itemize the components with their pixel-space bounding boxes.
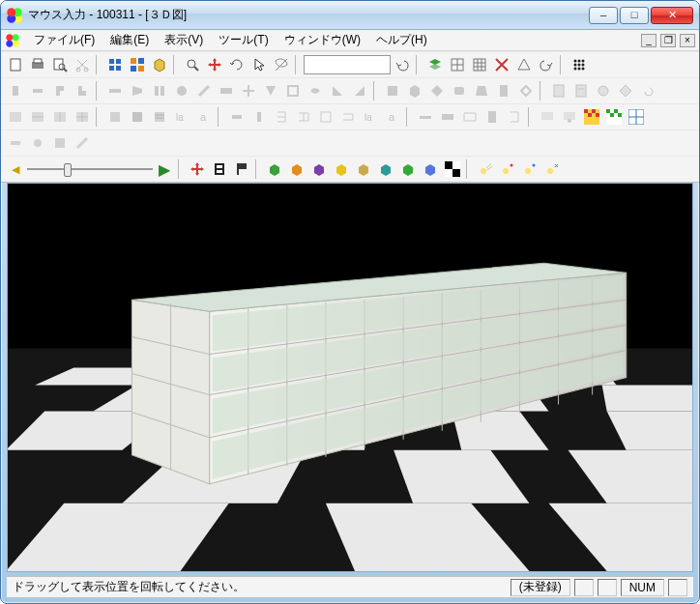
sec-icon[interactable] [315, 106, 336, 128]
redo-icon[interactable] [536, 54, 557, 75]
hide-icon[interactable] [271, 54, 292, 75]
light-c-icon[interactable] [519, 158, 540, 180]
mode-e-icon[interactable] [353, 158, 374, 180]
mode-c-icon[interactable] [308, 158, 330, 180]
shape-icon[interactable] [193, 80, 215, 101]
shape-icon[interactable] [349, 80, 370, 101]
mode-checker-icon[interactable] [442, 158, 463, 180]
annotate-icon[interactable] [559, 106, 580, 128]
la-small-icon[interactable]: la [360, 106, 381, 128]
close-button[interactable]: ✕ [651, 7, 693, 24]
shape-icon[interactable] [104, 80, 126, 101]
minimize-button[interactable]: – [589, 7, 618, 24]
menu-view[interactable]: 表示(V) [157, 30, 211, 50]
beam-icon[interactable] [504, 106, 525, 128]
pointer-icon[interactable] [248, 54, 270, 75]
sec-icon[interactable] [248, 106, 270, 128]
snap-panel-icon[interactable] [127, 54, 148, 75]
sec-icon[interactable] [226, 106, 248, 128]
shape-icon[interactable] [27, 80, 48, 101]
zoom-icon[interactable] [182, 54, 203, 75]
shape-icon[interactable] [382, 80, 403, 101]
misc-icon[interactable] [27, 132, 48, 154]
menu-file[interactable]: ファイル(F) [26, 30, 102, 50]
shape-icon[interactable] [171, 80, 192, 101]
mdi-restore-button[interactable]: ❐ [660, 34, 676, 47]
mode-h-icon[interactable] [420, 158, 441, 180]
la-icon[interactable]: la [171, 106, 192, 128]
layer-combo[interactable] [304, 55, 391, 74]
panel-icon[interactable] [104, 106, 126, 128]
shape-icon[interactable] [149, 80, 170, 101]
checker-a-icon[interactable] [581, 106, 602, 128]
shape-icon[interactable] [216, 80, 237, 101]
shape-icon[interactable] [471, 80, 492, 101]
wall-icon[interactable] [72, 106, 93, 128]
mode-b-icon[interactable] [286, 158, 307, 180]
menu-help[interactable]: ヘルプ(H) [368, 30, 435, 50]
wall-icon[interactable] [49, 106, 71, 128]
undo-icon[interactable] [392, 54, 413, 75]
shape-icon[interactable] [260, 80, 281, 101]
hatch-icon[interactable] [149, 106, 170, 128]
film-icon[interactable] [209, 158, 230, 180]
sec-icon[interactable] [337, 106, 359, 128]
layers-icon[interactable] [424, 54, 446, 75]
timeline-slider[interactable] [27, 159, 153, 179]
calc-icon[interactable] [570, 80, 592, 101]
a-small-icon[interactable]: a [382, 106, 403, 128]
mode-f-icon[interactable] [375, 158, 396, 180]
shape-icon[interactable] [305, 80, 326, 101]
sec-icon[interactable] [271, 106, 292, 128]
snap-grid-icon[interactable] [104, 54, 126, 75]
grid-dots-icon[interactable] [569, 54, 590, 75]
shape-icon[interactable] [404, 80, 425, 101]
panel-icon[interactable] [127, 106, 148, 128]
checker-c-icon[interactable] [626, 106, 647, 128]
flag-icon[interactable] [231, 158, 252, 180]
wall-icon[interactable] [27, 106, 48, 128]
maximize-button[interactable]: □ [620, 7, 649, 24]
menu-edit[interactable]: 編集(E) [102, 30, 157, 50]
viewport-3d[interactable] [7, 183, 693, 572]
light-d-icon[interactable] [541, 158, 563, 180]
shape-icon[interactable] [515, 80, 537, 101]
calc-icon[interactable] [548, 80, 569, 101]
checker-b-icon[interactable] [603, 106, 625, 128]
rotate-icon[interactable] [226, 54, 248, 75]
shape-icon[interactable] [327, 80, 348, 101]
mode-d-icon[interactable] [331, 158, 352, 180]
nav-prev-icon[interactable]: ◀ [5, 158, 26, 180]
shape-icon[interactable] [5, 80, 26, 101]
menu-window[interactable]: ウィンドウ(W) [277, 30, 368, 50]
shape-icon[interactable] [238, 80, 259, 101]
beam-icon[interactable] [459, 106, 481, 128]
shape-icon[interactable] [127, 80, 148, 101]
move-red-icon[interactable] [187, 158, 208, 180]
mdi-minimize-button[interactable]: _ [641, 34, 656, 47]
beam-icon[interactable] [437, 106, 458, 128]
preview-icon[interactable] [49, 54, 71, 75]
shape-icon[interactable] [449, 80, 470, 101]
beam-icon[interactable] [415, 106, 436, 128]
calc-icon[interactable] [615, 80, 636, 101]
misc-icon[interactable] [5, 132, 26, 154]
sec-icon[interactable] [293, 106, 314, 128]
cut-icon[interactable] [72, 54, 93, 75]
calc-icon[interactable] [593, 80, 614, 101]
mode-a-icon[interactable] [264, 158, 285, 180]
misc-icon[interactable] [49, 132, 71, 154]
shape-icon[interactable] [49, 80, 71, 101]
light-a-icon[interactable] [475, 158, 496, 180]
shape-icon[interactable] [493, 80, 514, 101]
grid-b-icon[interactable] [469, 54, 490, 75]
grid-a-icon[interactable] [447, 54, 468, 75]
snap-face-icon[interactable] [149, 54, 170, 75]
wall-icon[interactable] [5, 106, 26, 128]
shape-icon[interactable] [282, 80, 304, 101]
m-cross-icon[interactable] [491, 54, 512, 75]
triangle-icon[interactable] [513, 54, 535, 75]
shape-icon[interactable] [72, 80, 93, 101]
shape-icon[interactable] [426, 80, 448, 101]
a-icon[interactable]: a [193, 106, 215, 128]
